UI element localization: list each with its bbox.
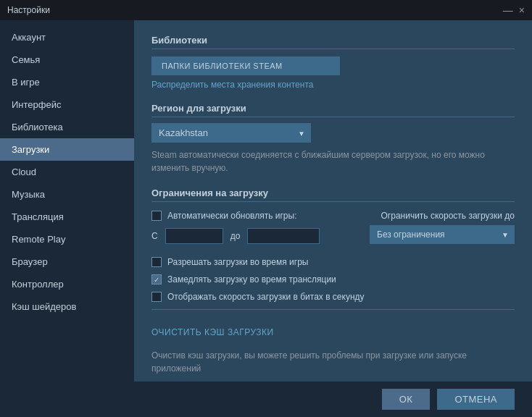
sidebar-item-interface[interactable]: Интерфейс [0, 93, 134, 116]
sidebar-item-remoteplay[interactable]: Remote Play [0, 228, 134, 250]
region-select-wrapper: Kazakhstan ▼ [151, 123, 311, 143]
slow-download-row: Замедлять загрузку во время трансляции [151, 274, 515, 285]
sidebar-item-cloud[interactable]: Cloud [0, 161, 134, 183]
show-speed-label: Отображать скорость загрузки в битах в с… [167, 292, 365, 302]
sidebar-item-downloads[interactable]: Загрузки [0, 138, 134, 161]
speed-range-row: С до [151, 228, 348, 244]
allow-downloads-row: Разрешать загрузки во время игры [151, 257, 515, 267]
limit-speed-select-wrapper: Без ограничения ▼ [370, 225, 515, 244]
limit-speed-select[interactable]: Без ограничения [370, 225, 515, 244]
ok-button[interactable]: ОК [382, 389, 431, 410]
footer: ОК ОТМЕНА [0, 382, 532, 417]
titlebar: Настройки — × [0, 0, 532, 20]
auto-update-checkbox[interactable] [151, 211, 162, 221]
window-title: Настройки [7, 5, 50, 15]
sidebar-item-account[interactable]: Аккаунт [0, 26, 134, 49]
clear-cache-button[interactable]: ОЧИСТИТЬ КЭШ ЗАГРУЗКИ [151, 321, 274, 343]
speed-from-label: С [151, 231, 158, 241]
allow-downloads-label: Разрешать загрузки во время игры [167, 257, 308, 267]
libraries-section-title: Библиотеки [151, 35, 515, 49]
sidebar-item-family[interactable]: Семья [0, 49, 134, 71]
region-select[interactable]: Kazakhstan [151, 123, 311, 143]
limits-right: Ограничить скорость загрузки до Без огра… [362, 211, 515, 244]
slow-download-label: Замедлять загрузку во время трансляции [167, 274, 336, 285]
sidebar-item-ingame[interactable]: В игре [0, 71, 134, 93]
auto-update-label: Автоматически обновлять игры: [167, 211, 296, 221]
show-speed-row: Отображать скорость загрузки в битах в с… [151, 292, 515, 302]
sidebar-item-broadcast[interactable]: Трансляция [0, 206, 134, 228]
close-button[interactable]: × [519, 5, 525, 15]
speed-from-input[interactable] [165, 228, 223, 244]
settings-window: Настройки — × Аккаунт Семья В игре Интер… [0, 0, 532, 417]
sidebar-item-library[interactable]: Библиотека [0, 116, 134, 138]
window-controls: — × [503, 5, 525, 15]
region-section-title: Регион для загрузки [151, 103, 515, 117]
sidebar: Аккаунт Семья В игре Интерфейс Библиотек… [0, 20, 134, 382]
clear-cache-info: Очистив кэш загрузки, вы можете решить п… [151, 349, 485, 375]
main-content: Аккаунт Семья В игре Интерфейс Библиотек… [0, 20, 532, 382]
show-speed-checkbox[interactable] [151, 292, 162, 302]
distribute-storage-link[interactable]: Распределить места хранения контента [151, 80, 515, 90]
cancel-button[interactable]: ОТМЕНА [437, 389, 515, 410]
sidebar-item-shader[interactable]: Кэш шейдеров [0, 295, 134, 318]
minimize-button[interactable]: — [503, 5, 513, 15]
speed-to-input[interactable] [247, 228, 320, 244]
slow-download-checkbox[interactable] [151, 274, 162, 285]
auto-update-row: Автоматически обновлять игры: [151, 211, 348, 221]
content-area: Библиотеки ПАПКИ БИБЛИОТЕКИ STEAM Распре… [134, 20, 532, 382]
sidebar-item-controller[interactable]: Контроллер [0, 273, 134, 295]
speed-to-label: до [230, 231, 241, 241]
region-info-text: Steam автоматически соединяется с ближай… [151, 148, 485, 174]
libraries-button[interactable]: ПАПКИ БИБЛИОТЕКИ STEAM [151, 56, 340, 75]
limits-left: Автоматически обновлять игры: С до [151, 211, 348, 251]
limits-section-title: Ограничения на загрузку [151, 188, 515, 202]
limit-speed-label: Ограничить скорость загрузки до [381, 211, 515, 221]
divider [151, 309, 515, 310]
sidebar-item-browser[interactable]: Браузер [0, 250, 134, 273]
sidebar-item-music[interactable]: Музыка [0, 183, 134, 206]
allow-downloads-checkbox[interactable] [151, 257, 162, 267]
